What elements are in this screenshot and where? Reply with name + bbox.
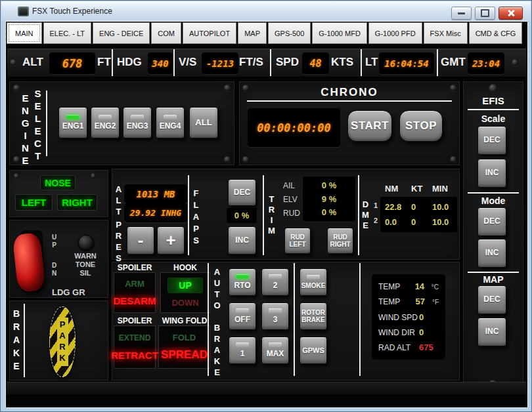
spoiler-arm-switch[interactable]: ARM DESARM [114,272,156,313]
efis-scale-inc-button[interactable]: INC [477,159,506,188]
screw-icon [224,85,231,91]
tab-com[interactable]: COM [151,22,181,44]
rudder-trim-right-button[interactable]: RUD RIGHT [327,228,353,254]
efis-scale-dec-button[interactable]: DEC [477,126,506,155]
eng-all-button[interactable]: ALL [189,107,218,138]
nose-left-button[interactable]: LEFT [15,194,53,211]
rudder-trim-left-button[interactable]: RUD LEFT [284,228,311,254]
wing-fold-switch[interactable]: FOLD SPREAD [158,325,210,369]
flaps-dec-button[interactable]: DEC [228,179,256,206]
dme-row-1: 22.8010.0 [385,202,457,212]
alt-label: ALT [22,56,43,69]
tab-g1000-mfd[interactable]: G-1000 MFD [312,22,367,44]
gpws-button[interactable]: GPWS [299,337,327,364]
efis-map-dec-button[interactable]: DEC [477,285,506,314]
eng4-button[interactable]: ENG4 [156,107,185,138]
smoke-button[interactable]: SMOKE [299,268,327,296]
dme-row-2: 0.0010.0 [385,217,457,227]
hook-switch[interactable]: UP DOWN [160,272,210,313]
spd-label: SPD [276,56,299,69]
wind-dir-row: WIND DIR 0 [378,327,439,337]
eng2-button[interactable]: ENG2 [91,107,120,138]
title-bar: FSX Touch Experience [1,1,531,21]
park-brake-lever[interactable]: PARK [49,306,76,377]
divider [247,100,452,102]
brake-max-led [269,342,282,347]
tab-cmd-cfg[interactable]: CMD & CFG [469,22,523,44]
tab-g1000-pfd[interactable]: G-1000 PFD [368,22,422,44]
divider [270,49,271,76]
application-window: FSX Touch Experience MAIN ELEC. - LT ENG… [0,0,532,412]
spoiler-extend-switch[interactable]: EXTEND RETRACT [114,325,156,369]
tab-eng-deice[interactable]: ENG - DEICE [93,22,150,44]
efis-mode-inc-button[interactable]: INC [477,239,506,268]
tab-fsx-misc[interactable]: FSX Misc [424,22,468,44]
pressure-mb-display: 1013 MB [124,184,187,203]
divider [468,192,519,194]
spoiler-extend-option[interactable]: EXTEND [119,333,151,342]
divider [208,263,209,376]
screw-icon [13,156,20,163]
divider [173,49,175,76]
local-time-display: 16:04:54 [379,52,434,74]
tab-main[interactable]: MAIN [7,22,42,44]
eng1-button[interactable]: ENG1 [58,107,87,138]
wing-spread-option[interactable]: SPREAD [161,348,208,361]
engine-select-label-select: SELECT [33,88,43,163]
eng3-button[interactable]: ENG3 [123,107,152,138]
pressure-inhg-display: 29.92 INHG [124,203,187,222]
gmt-display: 23:04 [468,52,504,74]
dme1-index: 1 [374,201,378,209]
spoiler-arm-option[interactable]: ARM [125,279,144,289]
pressure-minus-button[interactable]: - [127,226,154,255]
screw-icon [489,84,497,93]
tab-elec-lt[interactable]: ELEC. - LT [43,22,92,44]
pressure-plus-button[interactable]: + [157,226,185,255]
efis-map-inc-button[interactable]: INC [477,318,506,346]
auto-brake-max-button[interactable]: MAX [261,337,289,364]
trim-elv-label: ELV [283,195,298,204]
gear-dn-label: DN [51,262,57,278]
app-icon [18,7,29,16]
chrono-start-button[interactable]: START [347,110,392,142]
hook-title: HOOK [160,263,210,272]
screw-icon [91,173,96,178]
auto-brake-2-button[interactable]: 2 [261,268,289,296]
auto-brake-rto-button[interactable]: RTO [229,268,256,296]
minimize-button[interactable] [451,7,472,20]
smoke-led [307,275,320,279]
wing-fold-option[interactable]: FOLD [173,333,196,342]
tab-map[interactable]: MAP [238,22,267,44]
auto-brake-3-button[interactable]: 3 [261,302,289,330]
auto-brake-1-button[interactable]: 1 [229,337,256,364]
warn-tone-sil-button[interactable] [78,235,94,251]
auto-brake-off-button[interactable]: OFF [229,302,256,330]
temp-f-row: TEMP 57 °F [378,297,439,306]
vs-display: -1213 [202,52,238,74]
spoiler-retract-option[interactable]: RETRACT [111,350,158,361]
close-button[interactable] [499,7,523,20]
hook-up-option[interactable]: UP [167,278,202,293]
ldg-gr-label: LDG GR [52,287,85,297]
nose-indicator: NOSE [40,175,76,190]
gmt-label: GMT [441,56,466,69]
spd-unit: KTS [331,56,353,69]
flaps-inc-button[interactable]: INC [228,226,256,255]
divider [358,175,359,255]
trim-values-display: 0 % 9 % 0 % [303,176,355,221]
hook-down-option[interactable]: DOWN [171,298,198,308]
tab-bar: MAIN ELEC. - LT ENG - DEICE COM AUTOPILO… [7,22,523,44]
flaps-value-display: 0 % [227,208,257,223]
rotor-brake-button[interactable]: ROTOR BRAKE [299,302,327,330]
divider [24,304,25,377]
gear-up-label: UP [51,234,57,249]
eng4-led [164,115,177,119]
tab-autopilot[interactable]: AUTOPILOT [183,22,236,44]
spoiler-desarm-option[interactable]: DESARM [114,295,156,306]
maximize-button[interactable] [475,7,495,20]
trim-ail-value: 0 % [322,180,336,190]
chrono-stop-button[interactable]: STOP [399,110,443,142]
tab-gps-500[interactable]: GPS-500 [268,22,311,44]
efis-mode-dec-button[interactable]: DEC [477,207,506,236]
nose-right-button[interactable]: RIGHT [57,194,97,211]
